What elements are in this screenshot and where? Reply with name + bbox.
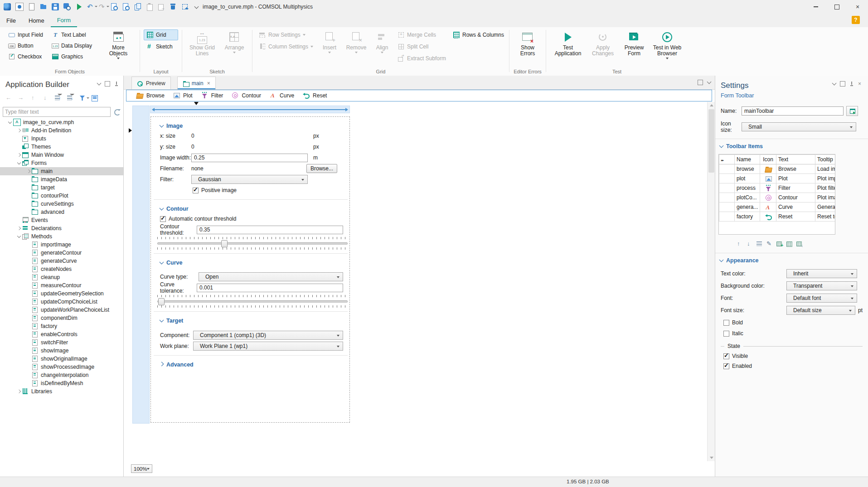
table-row[interactable]: factory Reset Reset to fact... <box>719 212 836 222</box>
slider-handle[interactable] <box>158 298 165 305</box>
item-tooltip-cell[interactable]: Plot filtered i... <box>815 183 836 193</box>
tree-item[interactable]: switchFilter <box>0 338 123 347</box>
item-name-cell[interactable]: plotCo... <box>735 193 760 203</box>
item-name-cell[interactable]: plot <box>735 174 760 183</box>
component-select[interactable]: Component 1 (comp1) (3D) <box>193 331 343 340</box>
section-toolbar-items[interactable]: Toolbar Items <box>720 143 868 149</box>
item-text-cell[interactable]: Browse <box>776 164 815 174</box>
close-icon[interactable]: × <box>858 82 863 86</box>
float-icon[interactable] <box>698 80 703 85</box>
tab-file[interactable]: File <box>0 14 22 27</box>
item-tooltip-cell[interactable]: Plot importe... <box>815 174 836 183</box>
form-main-surface[interactable]: Image x: size 0 px y: size 0 px Image wi… <box>150 116 350 423</box>
section-advanced[interactable]: Advanced <box>160 360 343 369</box>
grid-row-ruler[interactable] <box>132 106 150 424</box>
tree-item[interactable]: measureContour <box>0 281 123 289</box>
tree-item[interactable]: Declarations <box>0 224 123 232</box>
tree-expander-icon[interactable] <box>16 390 22 393</box>
form-canvas[interactable]: Image x: size 0 px y: size 0 px Image wi… <box>124 102 715 461</box>
tree-item[interactable]: updateWorkPlaneChoiceList <box>0 306 123 314</box>
tree-item[interactable]: advanced <box>0 208 123 216</box>
tree-item[interactable]: showProcessedImage <box>0 363 123 371</box>
curve-tolerance-slider[interactable] <box>157 298 348 304</box>
canvas-vertical-scrollbar[interactable] <box>707 102 715 461</box>
table-row[interactable]: genera... Curve Generate cur... <box>719 203 836 212</box>
sketch-button[interactable]: Sketch <box>144 41 178 52</box>
item-name-cell[interactable]: factory <box>735 212 760 222</box>
tree-item[interactable]: generateCurve <box>0 257 123 265</box>
image-width-input[interactable]: 0.25 <box>191 154 308 162</box>
icon-size-select[interactable]: Small <box>742 122 856 131</box>
show-errors-button[interactable]: Show Errors <box>513 29 542 58</box>
tree-item[interactable]: target <box>0 183 123 192</box>
bold-checkbox[interactable] <box>723 320 729 326</box>
toolbar-items-table[interactable]: Name Icon Text Tooltip browse Browse Loa… <box>718 154 835 235</box>
tree-item[interactable]: factory <box>0 322 123 330</box>
name-input[interactable]: mainToolbar <box>742 106 844 116</box>
form-toolbar-item[interactable]: Contour <box>232 92 261 99</box>
zoom-level-select[interactable]: 100% <box>131 464 152 473</box>
tree-item[interactable]: updateCompChoiceList <box>0 298 123 306</box>
item-tooltip-cell[interactable]: Plot image c... <box>815 193 836 203</box>
minimize-button[interactable] <box>805 0 826 14</box>
tab-main[interactable]: main × <box>177 77 216 89</box>
tree-item[interactable]: Events <box>0 216 123 224</box>
chevron-down-icon[interactable] <box>97 81 102 86</box>
tree-item[interactable]: updateGeometrySelection <box>0 289 123 298</box>
item-tooltip-cell[interactable]: Generate cur... <box>815 203 836 212</box>
tree-item[interactable]: enableControls <box>0 330 123 338</box>
column-tooltip[interactable]: Tooltip <box>815 155 836 164</box>
test-application-button[interactable]: Test Application <box>550 29 586 58</box>
tree-expander-icon[interactable] <box>16 129 22 132</box>
tree-item[interactable]: image_to_curve.mph <box>0 118 123 126</box>
filter-input[interactable] <box>3 107 111 117</box>
tree-item[interactable]: Inputs <box>0 135 123 143</box>
tree-item[interactable]: main <box>0 167 123 175</box>
column-icon[interactable]: Icon <box>760 155 776 164</box>
item-tooltip-cell[interactable]: Reset to fact... <box>815 212 836 222</box>
text-color-select[interactable]: Inherit <box>786 269 857 278</box>
font-select[interactable]: Default font <box>786 294 857 303</box>
pin-icon[interactable] <box>849 82 854 86</box>
tree-item[interactable]: createNodes <box>0 265 123 273</box>
table-row[interactable]: browse Browse Load image... <box>719 164 836 174</box>
tree-item[interactable]: Forms <box>0 159 123 167</box>
scroll-up-icon[interactable] <box>710 104 713 106</box>
item-tooltip-cell[interactable]: Load image... <box>815 164 836 174</box>
refresh-icon[interactable] <box>113 108 121 116</box>
tree-expander-icon[interactable] <box>16 236 22 237</box>
ribbon-button[interactable]: Graphics <box>49 51 99 62</box>
table-row[interactable]: plot Plot Plot importe... <box>719 174 836 183</box>
column-name[interactable]: Name <box>735 155 760 164</box>
item-text-cell[interactable]: Filter <box>776 183 815 193</box>
ribbon-button[interactable]: Checkbox <box>5 51 49 62</box>
chevron-down-icon[interactable] <box>707 80 712 84</box>
form-toolbar-item[interactable]: Filter <box>201 92 223 99</box>
background-color-select[interactable]: Transparent <box>786 281 857 290</box>
ribbon-button[interactable]: Button <box>5 40 49 51</box>
contour-threshold-slider[interactable] <box>157 240 348 246</box>
tree-item[interactable]: Add-in Definition <box>0 126 123 135</box>
slider-handle[interactable] <box>221 240 228 247</box>
tree-item[interactable]: contourPlot <box>0 192 123 200</box>
chevron-down-icon[interactable] <box>832 81 837 86</box>
tree-item[interactable]: showOriginalImage <box>0 355 123 363</box>
item-name-cell[interactable]: genera... <box>735 203 760 212</box>
close-tab-icon[interactable]: × <box>207 80 210 87</box>
ribbon-button[interactable]: Data Display <box>49 40 99 51</box>
curve-tolerance-input[interactable]: 0.001 <box>197 284 343 292</box>
enabled-checkbox[interactable] <box>723 363 729 369</box>
pin-icon[interactable] <box>114 82 119 86</box>
section-contour[interactable]: Contour <box>160 204 343 213</box>
close-button[interactable]: × <box>847 0 868 14</box>
scrollbar-thumb[interactable] <box>708 109 714 173</box>
positive-image-checkbox[interactable] <box>193 188 199 193</box>
help-button[interactable]: ? <box>852 16 860 24</box>
work-plane-select[interactable]: Work Plane 1 (wp1) <box>193 342 343 351</box>
expand-columns-icon[interactable] <box>721 156 723 163</box>
ribbon-button[interactable]: Input Field <box>5 29 49 40</box>
auto-threshold-checkbox[interactable] <box>160 216 166 222</box>
tree-item[interactable]: Libraries <box>0 387 123 395</box>
ribbon-button[interactable]: Text Label <box>49 29 99 40</box>
tree-item[interactable]: showImage <box>0 347 123 355</box>
